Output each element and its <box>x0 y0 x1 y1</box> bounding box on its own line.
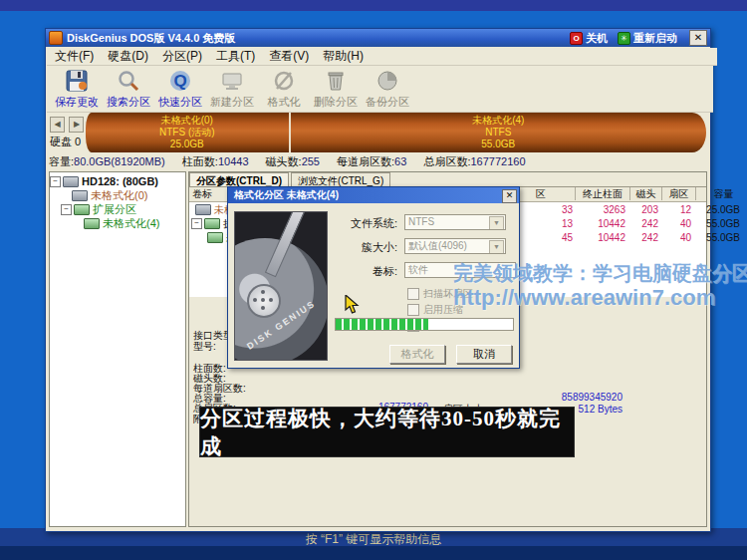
filesystem-label: 文件系统: <box>328 216 397 231</box>
close-icon[interactable]: ✕ <box>502 189 517 203</box>
slashed-circle-icon <box>258 68 310 94</box>
tab-browse-files[interactable]: 浏览文件(CTRL_G) <box>291 172 390 186</box>
tree-label: HD128: (80GB) <box>82 175 158 187</box>
app-icon <box>49 31 63 45</box>
toolbar-format[interactable]: 格式化 <box>258 68 310 110</box>
mouse-cursor <box>345 295 363 319</box>
toolbar-label: 新建分区 <box>206 95 258 110</box>
menu-view[interactable]: 查看(V) <box>269 48 309 65</box>
partition-size: 55.0GB <box>291 139 706 150</box>
checkbox-icon <box>407 304 419 316</box>
disk-partition-bar: 未格式化(0) NTFS (活动) 25.0GB 未格式化(4) NTFS 55… <box>86 113 706 152</box>
shutdown-button[interactable]: O 关机 <box>570 31 608 46</box>
toolbar-save-changes[interactable]: 保存更改 <box>51 68 103 110</box>
watermark-line1: 完美领域教学：学习电脑硬盘分区 <box>453 260 747 287</box>
cancel-button[interactable]: 取消 <box>456 345 512 364</box>
partition-icon <box>84 218 100 229</box>
col-end-cylinder[interactable]: 终止柱面 <box>576 187 630 200</box>
toolbar-label: 备份分区 <box>362 95 413 110</box>
partition-tree-panel: − HD128: (80GB) 未格式化(0) − 扩展分区 未格式化(4) <box>49 171 186 527</box>
tree-item-disk[interactable]: − HD128: (80GB) <box>50 174 185 188</box>
trash-icon <box>310 68 362 94</box>
partition-fs: NTFS <box>291 127 706 139</box>
partition-size: 25.0GB <box>86 139 289 150</box>
filesystem-value: NTFS <box>408 216 434 227</box>
disk-photo: DISK GENIUS <box>234 211 328 361</box>
toolbar-label: 格式化 <box>258 95 310 110</box>
collapse-icon[interactable]: − <box>61 204 72 215</box>
toolbar-backup-partition[interactable]: 备份分区 <box>362 68 413 110</box>
toolbar-search-partition[interactable]: 搜索分区 <box>103 68 154 110</box>
close-icon[interactable]: ✕ <box>689 30 707 46</box>
format-button[interactable]: 格式化 <box>389 345 445 364</box>
extended-partition-icon <box>204 218 220 229</box>
desktop: 按 “F1” 键可显示帮助信息 DiskGenius DOS版 V4.4.0 免… <box>0 0 747 560</box>
chevron-down-icon: ▼ <box>489 240 504 254</box>
toolbar-new-partition[interactable]: 新建分区 <box>206 68 258 110</box>
tree-label: 未格式化(0) <box>91 188 147 203</box>
magnifier-icon <box>103 68 154 94</box>
svg-text:Q: Q <box>173 72 186 91</box>
menu-partition[interactable]: 分区(P) <box>162 48 202 65</box>
menu-help[interactable]: 帮助(H) <box>323 48 364 65</box>
tree-item-partition4[interactable]: 未格式化(4) <box>50 216 185 230</box>
window-titlebar[interactable]: DiskGenius DOS版 V4.4.0 免费版 O 关机 ✳ 重新启动 ✕ <box>46 29 710 47</box>
partition-icon <box>195 204 211 215</box>
tree-item-extended[interactable]: − 扩展分区 <box>50 202 185 216</box>
floppy-icon <box>51 68 103 94</box>
cluster-value: 默认值(4096) <box>408 240 467 251</box>
chevron-down-icon: ▼ <box>489 216 504 230</box>
pie-icon <box>362 68 413 94</box>
partition-segment-0[interactable]: 未格式化(0) NTFS (活动) 25.0GB <box>86 113 291 152</box>
caption-text: 分区过程极快，大约等待30-50秒就完成 <box>200 405 574 460</box>
toolbar-label: 保存更改 <box>51 95 103 110</box>
toolbar: 保存更改 搜索分区 Q 快速分区 新建分区 <box>47 66 713 113</box>
next-disk-button[interactable]: ▶ <box>69 117 84 133</box>
volume-label: 卷标: <box>328 264 397 279</box>
detail-label: 型号: <box>193 340 216 354</box>
tree-label: 扩展分区 <box>93 202 136 217</box>
total-bytes-value: 85899345920 <box>528 392 622 403</box>
progress-fill <box>336 319 428 330</box>
volume-value: 软件 <box>408 264 428 275</box>
partition-name: 未格式化(0) <box>86 115 289 127</box>
format-progress-bar <box>335 318 514 331</box>
tree-label: 未格式化(4) <box>103 216 159 231</box>
collapse-icon[interactable]: − <box>50 176 61 187</box>
tab-partition-params[interactable]: 分区参数(CTRL_D) <box>189 172 289 186</box>
tree-item-partition0[interactable]: 未格式化(0) <box>50 188 185 202</box>
checkbox-icon <box>407 288 419 300</box>
menu-file[interactable]: 文件(F) <box>55 48 94 65</box>
prev-disk-button[interactable]: ◀ <box>50 117 65 133</box>
menu-disk[interactable]: 硬盘(D) <box>108 48 148 65</box>
filesystem-select[interactable]: NTFS ▼ <box>404 214 506 230</box>
partition-fs: NTFS (活动) <box>86 127 289 139</box>
f1-help-hint: 按 “F1” 键可显示帮助信息 <box>0 531 747 548</box>
window-title: DiskGenius DOS版 V4.4.0 免费版 <box>67 31 235 46</box>
dialog-titlebar[interactable]: 格式化分区 未格式化(4) <box>228 187 519 203</box>
caption-banner: 分区过程极快，大约等待30-50秒就完成 <box>199 407 575 457</box>
toolbar-label: 删除分区 <box>310 95 362 110</box>
restart-button[interactable]: ✳ 重新启动 <box>618 31 677 46</box>
partition-segment-4[interactable]: 未格式化(4) NTFS 55.0GB <box>291 113 706 152</box>
quick-q-icon: Q <box>154 68 206 94</box>
cluster-select[interactable]: 默认值(4096) ▼ <box>404 238 506 254</box>
col-head[interactable]: 磁头 <box>630 187 662 200</box>
collapse-icon[interactable]: − <box>191 218 202 229</box>
disk-nav: ◀ ▶ 硬盘 0 <box>50 113 84 149</box>
menu-tools[interactable]: 工具(T) <box>216 48 255 65</box>
hdd-icon <box>63 176 79 187</box>
cluster-label: 簇大小: <box>328 240 397 255</box>
extended-partition-icon <box>74 204 90 215</box>
col-sec[interactable]: 扇区 <box>662 187 696 200</box>
hub-graphic <box>247 284 281 318</box>
disk-info-line: 容量:80.0GB(81920MB) 柱面数:10443 磁头数:255 每道扇… <box>49 154 706 169</box>
desktop-bottom-dark-band <box>0 546 747 560</box>
toolbar-quick-partition[interactable]: Q 快速分区 <box>154 68 206 110</box>
restart-icon: ✳ <box>618 32 630 45</box>
toolbar-label: 快速分区 <box>154 95 206 110</box>
col-capacity[interactable]: 容量 <box>696 187 747 200</box>
watermark-line2: http://www.areawin7.com <box>453 285 715 311</box>
menu-bar: 文件(F) 硬盘(D) 分区(P) 工具(T) 查看(V) 帮助(H) <box>47 48 717 66</box>
toolbar-delete-partition[interactable]: 删除分区 <box>310 68 362 110</box>
